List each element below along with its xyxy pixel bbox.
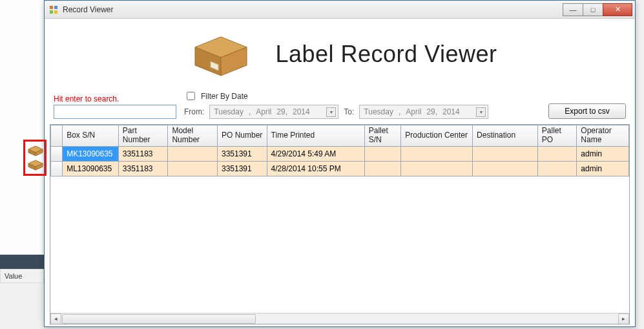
cell[interactable]: 3351391 — [218, 161, 267, 176]
cell[interactable]: 3351183 — [118, 161, 168, 176]
minimize-button[interactable]: — — [563, 3, 583, 16]
window-title: Record Viewer — [63, 5, 563, 14]
maximize-button[interactable]: □ — [583, 3, 603, 16]
row-box-icon — [27, 145, 44, 158]
col-production-center[interactable]: Production Center — [401, 125, 473, 147]
cell[interactable]: admin — [577, 146, 629, 161]
box-icon — [182, 28, 260, 81]
cell[interactable]: 3351183 — [118, 146, 168, 161]
row-header[interactable] — [51, 146, 63, 161]
from-date-picker[interactable]: Tuesday, April 29, 2014 ▾ — [209, 105, 338, 119]
search-hint-label: Hit enter to search. — [54, 94, 176, 103]
grid-header-row: Box S/N Part Number Model Number PO Numb… — [51, 125, 629, 147]
row-header[interactable] — [51, 161, 63, 176]
scroll-thumb[interactable] — [62, 314, 256, 324]
svg-rect-1 — [54, 6, 57, 9]
cell[interactable] — [537, 161, 576, 176]
col-pallet-po[interactable]: Pallet PO — [537, 125, 576, 147]
horizontal-scrollbar[interactable]: ◂ ▸ — [50, 313, 629, 324]
col-po-number[interactable]: PO Number — [218, 125, 267, 147]
filter-by-date-checkbox[interactable]: Filter By Date — [184, 90, 488, 102]
to-date-picker[interactable]: Tuesday, April 29, 2014 ▾ — [359, 105, 488, 119]
cell[interactable]: MK13090635 — [63, 146, 119, 161]
export-csv-button[interactable]: Export to csv — [548, 103, 626, 119]
filter-by-date-label: Filter By Date — [201, 92, 248, 101]
grid-corner — [51, 125, 63, 147]
col-time-printed[interactable]: Time Printed — [267, 125, 364, 147]
table-row[interactable]: MK13090635335118333513914/29/2014 5:49 A… — [51, 146, 629, 161]
svg-rect-3 — [54, 10, 57, 14]
cell[interactable]: 3351391 — [218, 146, 267, 161]
cell[interactable]: 4/28/2014 10:55 PM — [267, 161, 364, 176]
cell[interactable] — [473, 146, 538, 161]
close-button[interactable]: ✕ — [603, 3, 632, 16]
col-part-number[interactable]: Part Number — [118, 125, 168, 147]
cell[interactable] — [168, 161, 218, 176]
cell[interactable] — [401, 161, 473, 176]
table-row[interactable]: ML13090635335118333513914/28/2014 10:55 … — [51, 161, 629, 176]
cell[interactable] — [537, 146, 576, 161]
app-icon — [48, 5, 59, 15]
from-label: From: — [184, 107, 204, 116]
svg-rect-0 — [50, 6, 53, 9]
record-viewer-window: Record Viewer — □ ✕ Label Record Viewer … — [44, 0, 636, 327]
records-grid[interactable]: Box S/N Part Number Model Number PO Numb… — [50, 124, 630, 324]
row-box-icon — [27, 159, 44, 173]
search-input[interactable] — [54, 105, 176, 119]
header-banner: Label Record Viewer — [50, 19, 630, 90]
col-destination[interactable]: Destination — [473, 125, 538, 147]
cell[interactable]: 4/29/2014 5:49 AM — [267, 146, 364, 161]
page-title: Label Record Viewer — [275, 41, 497, 68]
cell[interactable] — [168, 146, 218, 161]
chevron-down-icon[interactable]: ▾ — [326, 107, 336, 117]
titlebar[interactable]: Record Viewer — □ ✕ — [45, 1, 635, 19]
cell[interactable] — [401, 146, 473, 161]
filter-by-date-checkbox-input[interactable] — [187, 92, 195, 100]
col-operator-name[interactable]: Operator Name — [577, 125, 629, 147]
col-model-number[interactable]: Model Number — [168, 125, 218, 147]
scroll-left-icon[interactable]: ◂ — [50, 313, 61, 324]
chevron-down-icon[interactable]: ▾ — [476, 107, 486, 117]
to-label: To: — [344, 107, 354, 116]
col-box-sn[interactable]: Box S/N — [63, 125, 119, 147]
cell[interactable]: ML13090635 — [63, 161, 119, 176]
cell[interactable]: admin — [577, 161, 629, 176]
background-value-cell: Value — [0, 269, 44, 283]
svg-rect-2 — [50, 10, 53, 14]
cell[interactable] — [364, 161, 400, 176]
scroll-right-icon[interactable]: ▸ — [618, 313, 629, 324]
col-pallet-sn[interactable]: Pallet S/N — [364, 125, 400, 147]
cell[interactable] — [473, 161, 538, 176]
cell[interactable] — [364, 146, 400, 161]
